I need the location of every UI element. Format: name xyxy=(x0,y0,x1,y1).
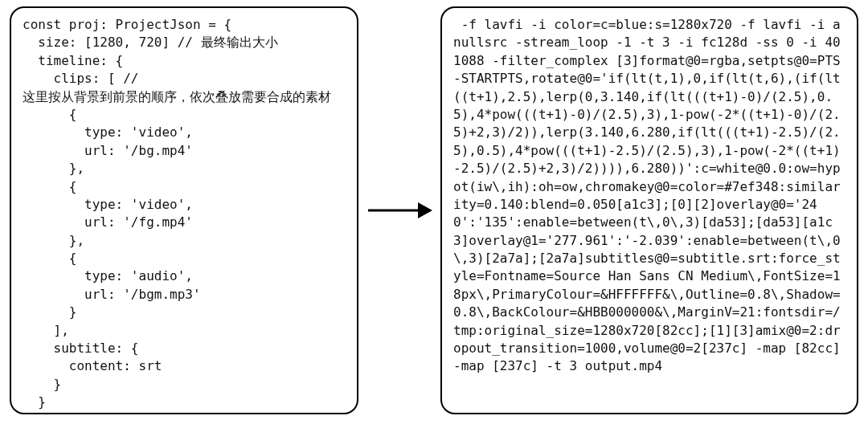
project-json-code: const proj: ProjectJson = { size: [1280,… xyxy=(23,17,331,414)
arrow-icon xyxy=(366,194,432,226)
right-command-pane: -f lavfi -i color=c=blue:s=1280x720 -f l… xyxy=(440,6,858,414)
left-code-pane: const proj: ProjectJson = { size: [1280,… xyxy=(10,6,358,414)
arrow-container xyxy=(366,6,432,414)
svg-marker-1 xyxy=(418,202,432,218)
ffmpeg-command: -f lavfi -i color=c=blue:s=1280x720 -f l… xyxy=(453,17,848,373)
